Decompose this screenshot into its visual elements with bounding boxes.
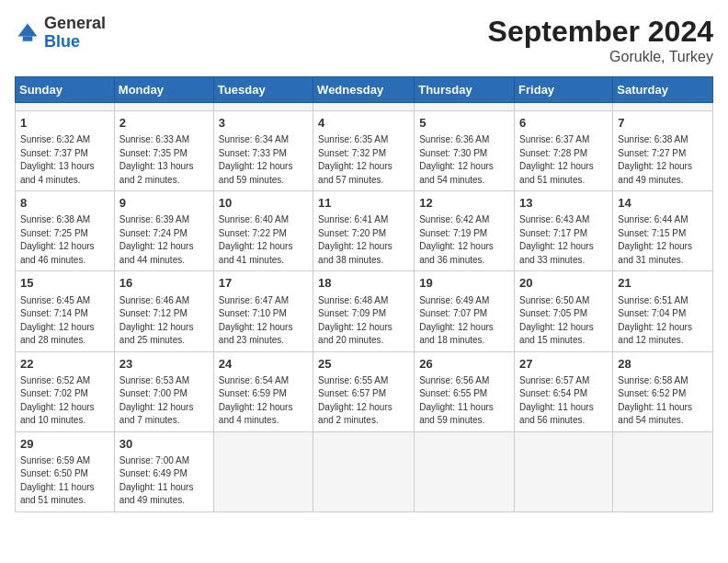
- day-number: 6: [519, 115, 608, 132]
- svg-marker-0: [18, 23, 38, 36]
- day-info: Sunrise: 6:48 AMSunset: 7:09 PMDaylight:…: [318, 294, 409, 348]
- day-info: Sunrise: 6:38 AMSunset: 7:27 PMDaylight:…: [618, 133, 708, 187]
- day-number: 21: [618, 275, 708, 292]
- day-info: Sunrise: 6:45 AMSunset: 7:14 PMDaylight:…: [20, 294, 109, 348]
- day-number: 9: [119, 195, 209, 212]
- day-number: 14: [618, 195, 708, 212]
- day-info: Sunrise: 6:52 AMSunset: 7:02 PMDaylight:…: [20, 374, 109, 428]
- day-info: Sunrise: 6:59 AMSunset: 6:50 PMDaylight:…: [20, 454, 109, 508]
- day-info: Sunrise: 6:42 AMSunset: 7:19 PMDaylight:…: [419, 213, 509, 267]
- day-info: Sunrise: 6:44 AMSunset: 7:15 PMDaylight:…: [618, 213, 708, 267]
- calendar-cell: [415, 431, 515, 511]
- calendar-cell: 11Sunrise: 6:41 AMSunset: 7:20 PMDayligh…: [313, 191, 415, 271]
- calendar-cell: 17Sunrise: 6:47 AMSunset: 7:10 PMDayligh…: [213, 271, 313, 351]
- day-number: 1: [20, 115, 109, 132]
- calendar-cell: [613, 431, 713, 511]
- calendar-cell: 16Sunrise: 6:46 AMSunset: 7:12 PMDayligh…: [114, 271, 213, 351]
- calendar-cell: [114, 103, 213, 111]
- day-number: 16: [119, 275, 209, 292]
- calendar-week-row: 29Sunrise: 6:59 AMSunset: 6:50 PMDayligh…: [16, 431, 713, 511]
- weekday-header: Sunday: [16, 77, 115, 103]
- logo-icon: [15, 20, 40, 46]
- day-info: Sunrise: 6:58 AMSunset: 6:52 PMDaylight:…: [618, 374, 708, 428]
- calendar-cell: 26Sunrise: 6:56 AMSunset: 6:55 PMDayligh…: [415, 351, 515, 431]
- day-info: Sunrise: 6:37 AMSunset: 7:28 PMDaylight:…: [519, 133, 608, 187]
- day-number: 25: [318, 356, 409, 373]
- day-info: Sunrise: 6:33 AMSunset: 7:35 PMDaylight:…: [119, 133, 209, 187]
- calendar-cell: 24Sunrise: 6:54 AMSunset: 6:59 PMDayligh…: [213, 351, 313, 431]
- day-info: Sunrise: 6:34 AMSunset: 7:33 PMDaylight:…: [219, 133, 308, 187]
- calendar-cell: 13Sunrise: 6:43 AMSunset: 7:17 PMDayligh…: [515, 191, 613, 271]
- svg-rect-1: [23, 36, 33, 40]
- logo-text: General Blue: [44, 15, 106, 52]
- day-info: Sunrise: 6:57 AMSunset: 6:54 PMDaylight:…: [519, 374, 608, 428]
- calendar-cell: 5Sunrise: 6:36 AMSunset: 7:30 PMDaylight…: [415, 111, 515, 191]
- day-number: 10: [219, 195, 308, 212]
- day-info: Sunrise: 6:40 AMSunset: 7:22 PMDaylight:…: [219, 213, 308, 267]
- calendar-week-row: 1Sunrise: 6:32 AMSunset: 7:37 PMDaylight…: [16, 111, 713, 191]
- day-number: 12: [419, 195, 509, 212]
- calendar-cell: [213, 431, 313, 511]
- calendar-cell: 12Sunrise: 6:42 AMSunset: 7:19 PMDayligh…: [415, 191, 515, 271]
- calendar-cell: [515, 103, 613, 111]
- calendar-cell: 8Sunrise: 6:38 AMSunset: 7:25 PMDaylight…: [16, 191, 115, 271]
- calendar-cell: 18Sunrise: 6:48 AMSunset: 7:09 PMDayligh…: [313, 271, 415, 351]
- calendar-cell: 30Sunrise: 7:00 AMSunset: 6:49 PMDayligh…: [114, 431, 213, 511]
- day-number: 28: [618, 356, 708, 373]
- day-info: Sunrise: 6:51 AMSunset: 7:04 PMDaylight:…: [618, 294, 708, 348]
- calendar-cell: 29Sunrise: 6:59 AMSunset: 6:50 PMDayligh…: [16, 431, 115, 511]
- day-number: 22: [20, 356, 109, 373]
- calendar-title: September 2024: [488, 15, 713, 49]
- weekday-header: Saturday: [613, 77, 713, 103]
- day-number: 26: [419, 356, 509, 373]
- day-info: Sunrise: 6:50 AMSunset: 7:05 PMDaylight:…: [519, 294, 608, 348]
- day-number: 24: [219, 356, 308, 373]
- day-info: Sunrise: 6:43 AMSunset: 7:17 PMDaylight:…: [519, 213, 608, 267]
- day-info: Sunrise: 6:54 AMSunset: 6:59 PMDaylight:…: [219, 374, 308, 428]
- logo-blue: Blue: [44, 33, 106, 52]
- calendar-cell: 1Sunrise: 6:32 AMSunset: 7:37 PMDaylight…: [16, 111, 115, 191]
- weekday-header: Wednesday: [313, 77, 415, 103]
- calendar-cell: 4Sunrise: 6:35 AMSunset: 7:32 PMDaylight…: [313, 111, 415, 191]
- calendar-cell: 2Sunrise: 6:33 AMSunset: 7:35 PMDaylight…: [114, 111, 213, 191]
- day-number: 3: [219, 115, 308, 132]
- calendar-cell: [213, 103, 313, 111]
- day-number: 27: [519, 356, 608, 373]
- calendar-cell: 7Sunrise: 6:38 AMSunset: 7:27 PMDaylight…: [613, 111, 713, 191]
- calendar-cell: 25Sunrise: 6:55 AMSunset: 6:57 PMDayligh…: [313, 351, 415, 431]
- calendar-cell: [515, 431, 613, 511]
- day-number: 19: [419, 275, 509, 292]
- day-info: Sunrise: 6:53 AMSunset: 7:00 PMDaylight:…: [119, 374, 209, 428]
- calendar-week-row: 8Sunrise: 6:38 AMSunset: 7:25 PMDaylight…: [16, 191, 713, 271]
- logo-general: General: [44, 15, 106, 33]
- calendar-cell: 6Sunrise: 6:37 AMSunset: 7:28 PMDaylight…: [515, 111, 613, 191]
- day-number: 5: [419, 115, 509, 132]
- day-number: 8: [20, 195, 109, 212]
- calendar-table: SundayMondayTuesdayWednesdayThursdayFrid…: [15, 76, 713, 512]
- calendar-week-row: [16, 103, 713, 111]
- calendar-cell: 21Sunrise: 6:51 AMSunset: 7:04 PMDayligh…: [613, 271, 713, 351]
- day-number: 18: [318, 275, 409, 292]
- day-info: Sunrise: 6:35 AMSunset: 7:32 PMDaylight:…: [318, 133, 409, 187]
- day-info: Sunrise: 6:47 AMSunset: 7:10 PMDaylight:…: [219, 294, 308, 348]
- day-info: Sunrise: 6:36 AMSunset: 7:30 PMDaylight:…: [419, 133, 509, 187]
- day-info: Sunrise: 6:49 AMSunset: 7:07 PMDaylight:…: [419, 294, 509, 348]
- calendar-header-row: SundayMondayTuesdayWednesdayThursdayFrid…: [16, 77, 713, 103]
- day-info: Sunrise: 6:56 AMSunset: 6:55 PMDaylight:…: [419, 374, 509, 428]
- weekday-header: Monday: [114, 77, 213, 103]
- title-block: September 2024 Gorukle, Turkey: [488, 15, 713, 65]
- calendar-cell: [613, 103, 713, 111]
- day-number: 2: [119, 115, 209, 132]
- day-number: 7: [618, 115, 708, 132]
- calendar-cell: 9Sunrise: 6:39 AMSunset: 7:24 PMDaylight…: [114, 191, 213, 271]
- day-number: 23: [119, 356, 209, 373]
- day-number: 29: [20, 436, 109, 453]
- calendar-cell: 15Sunrise: 6:45 AMSunset: 7:14 PMDayligh…: [16, 271, 115, 351]
- calendar-cell: 19Sunrise: 6:49 AMSunset: 7:07 PMDayligh…: [415, 271, 515, 351]
- calendar-cell: 14Sunrise: 6:44 AMSunset: 7:15 PMDayligh…: [613, 191, 713, 271]
- calendar-week-row: 15Sunrise: 6:45 AMSunset: 7:14 PMDayligh…: [16, 271, 713, 351]
- day-number: 30: [119, 436, 209, 453]
- page-header: General Blue September 2024 Gorukle, Tur…: [15, 15, 713, 65]
- day-info: Sunrise: 7:00 AMSunset: 6:49 PMDaylight:…: [119, 454, 209, 508]
- day-info: Sunrise: 6:46 AMSunset: 7:12 PMDaylight:…: [119, 294, 209, 348]
